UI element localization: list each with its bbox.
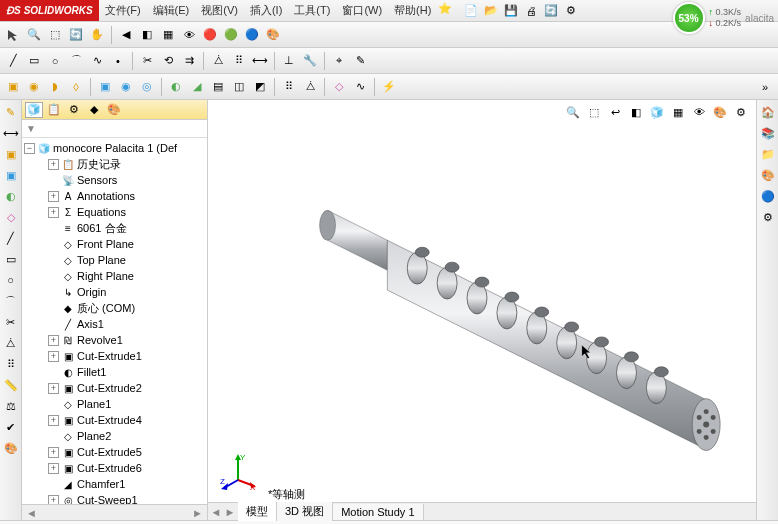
eval-vicon[interactable]: ✔ bbox=[2, 418, 20, 436]
tree-item[interactable]: ◇Right Plane bbox=[22, 268, 207, 284]
tree-item[interactable]: 📡Sensors bbox=[22, 172, 207, 188]
appear-hicon[interactable]: 🎨 bbox=[711, 103, 729, 121]
expand-icon[interactable]: + bbox=[48, 335, 59, 346]
arc-vicon[interactable]: ⌒ bbox=[2, 292, 20, 310]
viewport[interactable]: 🔍 ⬚ ↩ ◧ 🧊 ▦ 👁 🎨 ⚙ bbox=[208, 100, 756, 520]
tree-item[interactable]: ◢Chamfer1 bbox=[22, 476, 207, 492]
draft-icon[interactable]: ◩ bbox=[251, 78, 269, 96]
chamfer-icon[interactable]: ◢ bbox=[188, 78, 206, 96]
display-hicon[interactable]: ▦ bbox=[669, 103, 687, 121]
tree-hscroll[interactable]: ◄ ► bbox=[22, 504, 207, 520]
help-icon[interactable]: ⭐ bbox=[437, 0, 453, 16]
rotate-icon[interactable]: 🔄 bbox=[67, 26, 85, 44]
menu-edit[interactable]: 编辑(E) bbox=[147, 0, 196, 21]
appearance-icon[interactable]: 🔴 bbox=[201, 26, 219, 44]
trim-vicon[interactable]: ✂ bbox=[2, 313, 20, 331]
cut-vicon[interactable]: ▣ bbox=[2, 166, 20, 184]
options-icon[interactable]: ⚙ bbox=[563, 3, 579, 19]
scene-icon[interactable]: 🟢 bbox=[222, 26, 240, 44]
pattern-icon[interactable]: ⠿ bbox=[230, 52, 248, 70]
quick-snap-icon[interactable]: ⌖ bbox=[330, 52, 348, 70]
tree-item[interactable]: ◆质心 (COM) bbox=[22, 300, 207, 316]
tree-item[interactable]: ↳Origin bbox=[22, 284, 207, 300]
tree-filter[interactable]: ▼ bbox=[22, 120, 207, 138]
trim-icon[interactable]: ✂ bbox=[138, 52, 156, 70]
zoom-area-hicon[interactable]: ⬚ bbox=[585, 103, 603, 121]
hide-hicon[interactable]: 👁 bbox=[690, 103, 708, 121]
feat-vicon[interactable]: ▣ bbox=[2, 145, 20, 163]
menu-window[interactable]: 窗口(W) bbox=[336, 0, 388, 21]
custom-icon[interactable]: ⚙ bbox=[759, 208, 777, 226]
expand-icon[interactable]: + bbox=[48, 351, 59, 362]
cut-revolve-icon[interactable]: ◉ bbox=[117, 78, 135, 96]
expand-icon[interactable]: + bbox=[48, 415, 59, 426]
section-icon[interactable]: ◧ bbox=[138, 26, 156, 44]
rib-icon[interactable]: ▤ bbox=[209, 78, 227, 96]
tree-item[interactable]: +◎Cut-Sweep1 bbox=[22, 492, 207, 504]
tree-item[interactable]: +▣Cut-Extrude4 bbox=[22, 412, 207, 428]
designlib-icon[interactable]: 📚 bbox=[759, 124, 777, 142]
loft-icon[interactable]: ◊ bbox=[67, 78, 85, 96]
section-hicon[interactable]: ◧ bbox=[627, 103, 645, 121]
tree-item[interactable]: +₪Revolve1 bbox=[22, 332, 207, 348]
zoom-fit-hicon[interactable]: 🔍 bbox=[564, 103, 582, 121]
rapid-sketch-icon[interactable]: ✎ bbox=[351, 52, 369, 70]
tree-tab-property[interactable]: 📋 bbox=[45, 102, 63, 118]
curves-icon[interactable]: ∿ bbox=[351, 78, 369, 96]
revolve-icon[interactable]: ◉ bbox=[25, 78, 43, 96]
convert-icon[interactable]: ⟲ bbox=[159, 52, 177, 70]
offset-icon[interactable]: ⇉ bbox=[180, 52, 198, 70]
smartdim-vicon[interactable]: ⟷ bbox=[2, 124, 20, 142]
pattern-vicon[interactable]: ⠿ bbox=[2, 355, 20, 373]
menu-file[interactable]: 文件(F) bbox=[99, 0, 147, 21]
hide-show-icon[interactable]: 👁 bbox=[180, 26, 198, 44]
tree-item[interactable]: +▣Cut-Extrude6 bbox=[22, 460, 207, 476]
menu-help[interactable]: 帮助(H) bbox=[388, 0, 437, 21]
mirror-feat-icon[interactable]: ⧊ bbox=[301, 78, 319, 96]
cut-extrude-icon[interactable]: ▣ bbox=[96, 78, 114, 96]
appear-icon[interactable]: 🔵 bbox=[759, 187, 777, 205]
resources-icon[interactable]: 🏠 bbox=[759, 103, 777, 121]
pan-icon[interactable]: ✋ bbox=[88, 26, 106, 44]
tree-item[interactable]: +▣Cut-Extrude1 bbox=[22, 348, 207, 364]
tree-item[interactable]: ◐Fillet1 bbox=[22, 364, 207, 380]
expand-icon[interactable]: + bbox=[48, 447, 59, 458]
new-icon[interactable]: 📄 bbox=[463, 3, 479, 19]
vieworient-hicon[interactable]: 🧊 bbox=[648, 103, 666, 121]
expand-icon[interactable]: + bbox=[48, 191, 59, 202]
expand-tree-icon[interactable]: » bbox=[756, 78, 774, 96]
prevview-hicon[interactable]: ↩ bbox=[606, 103, 624, 121]
line-icon[interactable]: ╱ bbox=[4, 52, 22, 70]
fillet-vicon[interactable]: ◐ bbox=[2, 187, 20, 205]
circ-vicon[interactable]: ○ bbox=[2, 271, 20, 289]
mirror-icon[interactable]: ⧊ bbox=[209, 52, 227, 70]
tree-item[interactable]: +▣Cut-Extrude5 bbox=[22, 444, 207, 460]
expand-icon[interactable]: + bbox=[48, 383, 59, 394]
select-icon[interactable] bbox=[4, 26, 22, 44]
linpat-icon[interactable]: ⠿ bbox=[280, 78, 298, 96]
meas-vicon[interactable]: 📏 bbox=[2, 376, 20, 394]
save-icon[interactable]: 💾 bbox=[503, 3, 519, 19]
view-triad[interactable]: Y X Z bbox=[218, 450, 258, 490]
menu-view[interactable]: 视图(V) bbox=[195, 0, 244, 21]
viewpal-icon[interactable]: 🎨 bbox=[759, 166, 777, 184]
hole-icon[interactable]: ◎ bbox=[138, 78, 156, 96]
arc-icon[interactable]: ⌒ bbox=[67, 52, 85, 70]
tab-model[interactable]: 模型 bbox=[238, 502, 277, 521]
rebuild-icon[interactable]: 🔄 bbox=[543, 3, 559, 19]
zoom-fit-icon[interactable]: 🔍 bbox=[25, 26, 43, 44]
tab-motion[interactable]: Motion Study 1 bbox=[333, 504, 423, 520]
zoom-area-icon[interactable]: ⬚ bbox=[46, 26, 64, 44]
expand-icon[interactable]: + bbox=[48, 495, 59, 505]
menu-insert[interactable]: 插入(I) bbox=[244, 0, 288, 21]
tree-tab-config[interactable]: ⚙ bbox=[65, 102, 83, 118]
relation-icon[interactable]: ⊥ bbox=[280, 52, 298, 70]
sketch-vicon[interactable]: ✎ bbox=[2, 103, 20, 121]
dim-icon[interactable]: ⟷ bbox=[251, 52, 269, 70]
sweep-icon[interactable]: ◗ bbox=[46, 78, 64, 96]
tree-root[interactable]: − 🧊 monocore Palacita 1 (Def bbox=[22, 140, 207, 156]
expand-icon[interactable]: + bbox=[48, 207, 59, 218]
fillet-icon[interactable]: ◐ bbox=[167, 78, 185, 96]
tree-tab-feature[interactable]: 🧊 bbox=[25, 102, 43, 118]
tree-item[interactable]: +AAnnotations bbox=[22, 188, 207, 204]
